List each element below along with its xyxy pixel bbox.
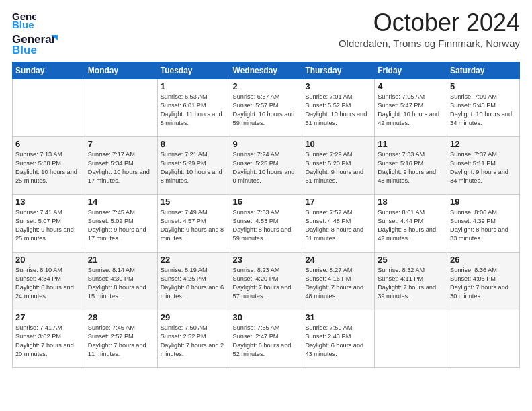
day-number: 16 <box>233 197 300 207</box>
day-info: Sunrise: 7:05 AM Sunset: 5:47 PM Dayligh… <box>378 93 444 128</box>
day-number: 30 <box>233 312 300 322</box>
table-row <box>447 310 520 368</box>
day-info: Sunrise: 7:53 AM Sunset: 4:53 PM Dayligh… <box>233 208 300 243</box>
table-row <box>13 79 85 137</box>
day-info: Sunrise: 7:50 AM Sunset: 2:52 PM Dayligh… <box>161 324 227 359</box>
table-row: 12Sunrise: 7:37 AM Sunset: 5:11 PM Dayli… <box>447 137 520 195</box>
day-info: Sunrise: 7:01 AM Sunset: 5:52 PM Dayligh… <box>305 93 371 128</box>
table-row <box>375 310 447 368</box>
day-number: 22 <box>161 255 227 265</box>
day-number: 14 <box>88 197 154 207</box>
day-number: 20 <box>15 255 82 265</box>
svg-text:Blue: Blue <box>12 44 37 56</box>
day-info: Sunrise: 7:29 AM Sunset: 5:20 PM Dayligh… <box>305 150 371 185</box>
logo-icon: General Blue <box>12 9 36 30</box>
day-number: 9 <box>233 139 300 149</box>
table-row: 16Sunrise: 7:53 AM Sunset: 4:53 PM Dayli… <box>230 195 302 253</box>
col-monday: Monday <box>85 62 157 79</box>
day-info: Sunrise: 7:55 AM Sunset: 2:47 PM Dayligh… <box>233 324 300 359</box>
day-info: Sunrise: 8:14 AM Sunset: 4:30 PM Dayligh… <box>88 266 154 301</box>
table-row: 28Sunrise: 7:45 AM Sunset: 2:57 PM Dayli… <box>85 310 157 368</box>
table-row <box>85 79 157 137</box>
main-title: October 2024 <box>339 9 520 36</box>
table-row: 15Sunrise: 7:49 AM Sunset: 4:57 PM Dayli… <box>157 195 230 253</box>
header: General Blue General Blue October 2024 O… <box>12 9 520 56</box>
table-row: 18Sunrise: 8:01 AM Sunset: 4:44 PM Dayli… <box>375 195 447 253</box>
table-row: 2Sunrise: 6:57 AM Sunset: 5:57 PM Daylig… <box>230 79 302 137</box>
table-row: 27Sunrise: 7:41 AM Sunset: 3:02 PM Dayli… <box>13 310 85 368</box>
day-info: Sunrise: 7:45 AM Sunset: 2:57 PM Dayligh… <box>88 324 154 359</box>
day-number: 6 <box>15 139 82 149</box>
table-row: 10Sunrise: 7:29 AM Sunset: 5:20 PM Dayli… <box>302 137 375 195</box>
day-number: 21 <box>88 255 154 265</box>
day-info: Sunrise: 8:19 AM Sunset: 4:25 PM Dayligh… <box>161 266 227 301</box>
svg-text:Blue: Blue <box>12 19 34 30</box>
table-row: 4Sunrise: 7:05 AM Sunset: 5:47 PM Daylig… <box>375 79 447 137</box>
col-saturday: Saturday <box>447 62 520 79</box>
table-row: 13Sunrise: 7:41 AM Sunset: 5:07 PM Dayli… <box>13 195 85 253</box>
day-info: Sunrise: 8:23 AM Sunset: 4:20 PM Dayligh… <box>233 266 300 301</box>
day-info: Sunrise: 7:45 AM Sunset: 5:02 PM Dayligh… <box>88 208 154 243</box>
table-row: 14Sunrise: 7:45 AM Sunset: 5:02 PM Dayli… <box>85 195 157 253</box>
day-info: Sunrise: 7:41 AM Sunset: 5:07 PM Dayligh… <box>15 208 82 243</box>
calendar-week-row: 27Sunrise: 7:41 AM Sunset: 3:02 PM Dayli… <box>13 310 520 368</box>
day-number: 31 <box>305 312 371 322</box>
day-info: Sunrise: 7:49 AM Sunset: 4:57 PM Dayligh… <box>161 208 227 243</box>
day-number: 1 <box>161 81 227 91</box>
logo-svg: General Blue <box>12 31 59 56</box>
day-info: Sunrise: 7:33 AM Sunset: 5:16 PM Dayligh… <box>378 150 444 185</box>
table-row: 19Sunrise: 8:06 AM Sunset: 4:39 PM Dayli… <box>447 195 520 253</box>
table-row: 21Sunrise: 8:14 AM Sunset: 4:30 PM Dayli… <box>85 253 157 310</box>
col-sunday: Sunday <box>13 62 85 79</box>
day-info: Sunrise: 7:13 AM Sunset: 5:38 PM Dayligh… <box>15 150 82 185</box>
day-number: 12 <box>450 139 517 149</box>
day-info: Sunrise: 6:57 AM Sunset: 5:57 PM Dayligh… <box>233 93 300 128</box>
day-info: Sunrise: 8:06 AM Sunset: 4:39 PM Dayligh… <box>450 208 517 243</box>
col-tuesday: Tuesday <box>157 62 230 79</box>
day-number: 26 <box>450 255 517 265</box>
day-number: 10 <box>305 139 371 149</box>
table-row: 30Sunrise: 7:55 AM Sunset: 2:47 PM Dayli… <box>230 310 302 368</box>
day-number: 4 <box>378 81 444 91</box>
day-number: 17 <box>305 197 371 207</box>
calendar-week-row: 20Sunrise: 8:10 AM Sunset: 4:34 PM Dayli… <box>13 253 520 310</box>
day-number: 3 <box>305 81 371 91</box>
table-row: 1Sunrise: 6:53 AM Sunset: 6:01 PM Daylig… <box>157 79 230 137</box>
table-row: 7Sunrise: 7:17 AM Sunset: 5:34 PM Daylig… <box>85 137 157 195</box>
day-number: 28 <box>88 312 154 322</box>
day-number: 24 <box>305 255 371 265</box>
table-row: 5Sunrise: 7:09 AM Sunset: 5:43 PM Daylig… <box>447 79 520 137</box>
table-row: 25Sunrise: 8:32 AM Sunset: 4:11 PM Dayli… <box>375 253 447 310</box>
table-row: 31Sunrise: 7:59 AM Sunset: 2:43 PM Dayli… <box>302 310 375 368</box>
day-info: Sunrise: 7:59 AM Sunset: 2:43 PM Dayligh… <box>305 324 371 359</box>
day-info: Sunrise: 7:57 AM Sunset: 4:48 PM Dayligh… <box>305 208 371 243</box>
day-number: 8 <box>161 139 227 149</box>
col-friday: Friday <box>375 62 447 79</box>
calendar: Sunday Monday Tuesday Wednesday Thursday… <box>12 62 520 368</box>
subtitle: Olderdalen, Troms og Finnmark, Norway <box>339 38 520 49</box>
col-wednesday: Wednesday <box>230 62 302 79</box>
table-row: 29Sunrise: 7:50 AM Sunset: 2:52 PM Dayli… <box>157 310 230 368</box>
day-info: Sunrise: 8:32 AM Sunset: 4:11 PM Dayligh… <box>378 266 444 301</box>
logo: General Blue General Blue <box>12 9 59 56</box>
table-row: 20Sunrise: 8:10 AM Sunset: 4:34 PM Dayli… <box>13 253 85 310</box>
table-row: 11Sunrise: 7:33 AM Sunset: 5:16 PM Dayli… <box>375 137 447 195</box>
day-info: Sunrise: 8:36 AM Sunset: 4:06 PM Dayligh… <box>450 266 517 301</box>
calendar-week-row: 13Sunrise: 7:41 AM Sunset: 5:07 PM Dayli… <box>13 195 520 253</box>
table-row: 9Sunrise: 7:24 AM Sunset: 5:25 PM Daylig… <box>230 137 302 195</box>
day-number: 5 <box>450 81 517 91</box>
calendar-week-row: 6Sunrise: 7:13 AM Sunset: 5:38 PM Daylig… <box>13 137 520 195</box>
table-row: 24Sunrise: 8:27 AM Sunset: 4:16 PM Dayli… <box>302 253 375 310</box>
col-thursday: Thursday <box>302 62 375 79</box>
day-number: 7 <box>88 139 154 149</box>
day-number: 13 <box>15 197 82 207</box>
table-row: 26Sunrise: 8:36 AM Sunset: 4:06 PM Dayli… <box>447 253 520 310</box>
day-info: Sunrise: 7:17 AM Sunset: 5:34 PM Dayligh… <box>88 150 154 185</box>
day-number: 19 <box>450 197 517 207</box>
table-row: 22Sunrise: 8:19 AM Sunset: 4:25 PM Dayli… <box>157 253 230 310</box>
table-row: 23Sunrise: 8:23 AM Sunset: 4:20 PM Dayli… <box>230 253 302 310</box>
day-number: 18 <box>378 197 444 207</box>
day-info: Sunrise: 7:21 AM Sunset: 5:29 PM Dayligh… <box>161 150 227 185</box>
day-info: Sunrise: 7:37 AM Sunset: 5:11 PM Dayligh… <box>450 150 517 185</box>
page: General Blue General Blue October 2024 O… <box>0 0 532 375</box>
